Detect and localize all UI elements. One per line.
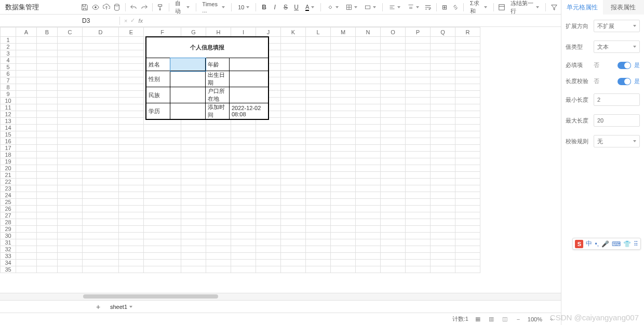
- cell[interactable]: [381, 91, 406, 98]
- cell[interactable]: [331, 172, 356, 179]
- cell[interactable]: [83, 152, 119, 158]
- cell[interactable]: [431, 145, 455, 152]
- cell[interactable]: [331, 206, 356, 212]
- cell[interactable]: [83, 219, 119, 226]
- undo-icon[interactable]: [129, 2, 139, 13]
- row-header[interactable]: 14: [1, 125, 16, 131]
- cell[interactable]: [181, 233, 206, 239]
- cell[interactable]: [58, 145, 83, 152]
- cell[interactable]: [83, 64, 119, 71]
- cell[interactable]: [58, 104, 83, 111]
- cell[interactable]: [144, 158, 181, 165]
- cell[interactable]: [356, 71, 381, 77]
- cell[interactable]: [83, 165, 119, 172]
- row-header[interactable]: 18: [1, 152, 16, 158]
- cell[interactable]: [83, 212, 119, 219]
- cell[interactable]: [181, 145, 206, 152]
- cell[interactable]: [281, 111, 306, 118]
- cell[interactable]: [331, 84, 356, 91]
- cell[interactable]: [431, 57, 455, 64]
- cell[interactable]: [119, 71, 144, 77]
- cell[interactable]: [58, 77, 83, 84]
- cell[interactable]: [356, 226, 381, 233]
- row-header[interactable]: 31: [1, 239, 16, 246]
- cell[interactable]: [455, 98, 480, 104]
- cell[interactable]: [406, 44, 431, 50]
- cell[interactable]: [431, 246, 455, 253]
- ime-bar[interactable]: S 中 •, 🎤 ⌨ 👕 ⠿: [572, 238, 641, 250]
- cell[interactable]: [356, 131, 381, 138]
- cell[interactable]: [58, 37, 83, 44]
- cell[interactable]: [119, 199, 144, 206]
- cell[interactable]: [119, 145, 144, 152]
- cell[interactable]: [58, 138, 83, 145]
- cell[interactable]: [58, 44, 83, 50]
- cell[interactable]: [455, 71, 480, 77]
- cell[interactable]: [206, 145, 231, 152]
- cell[interactable]: [406, 185, 431, 192]
- cell[interactable]: [406, 206, 431, 212]
- cell[interactable]: [119, 98, 144, 104]
- cell[interactable]: [181, 226, 206, 233]
- cell[interactable]: [356, 199, 381, 206]
- ime-punct-icon[interactable]: •,: [595, 240, 599, 248]
- cell[interactable]: [431, 37, 455, 44]
- ime-keyboard-icon[interactable]: ⌨: [612, 240, 621, 248]
- cell[interactable]: [455, 212, 480, 219]
- view-page-icon[interactable]: ▥: [487, 315, 495, 323]
- cell[interactable]: [455, 179, 480, 185]
- cell[interactable]: [406, 266, 431, 273]
- database-icon[interactable]: [112, 2, 122, 13]
- cell[interactable]: [455, 172, 480, 179]
- input-edu[interactable]: [170, 103, 206, 119]
- cell[interactable]: [281, 71, 306, 77]
- cell[interactable]: [281, 50, 306, 57]
- cell[interactable]: [381, 266, 406, 273]
- cell[interactable]: [306, 111, 331, 118]
- cell[interactable]: [231, 260, 256, 266]
- cell-reference[interactable]: D3: [78, 17, 119, 24]
- cell[interactable]: [455, 266, 480, 273]
- cell[interactable]: [37, 145, 58, 152]
- cell[interactable]: [16, 246, 37, 253]
- cell[interactable]: [181, 253, 206, 260]
- cell[interactable]: [281, 64, 306, 71]
- col-header[interactable]: P: [406, 28, 431, 37]
- cell[interactable]: [406, 152, 431, 158]
- cell[interactable]: [381, 138, 406, 145]
- cell[interactable]: [331, 158, 356, 165]
- cell[interactable]: [331, 77, 356, 84]
- row-header[interactable]: 33: [1, 253, 16, 260]
- border-dropdown[interactable]: [343, 2, 360, 13]
- cell[interactable]: [281, 77, 306, 84]
- expand-select[interactable]: 不扩展: [594, 20, 640, 32]
- horizontal-scrollbar[interactable]: [0, 293, 561, 300]
- cell[interactable]: [58, 152, 83, 158]
- cell[interactable]: [431, 44, 455, 50]
- row-header[interactable]: 30: [1, 233, 16, 239]
- cell[interactable]: [281, 266, 306, 273]
- cell[interactable]: [16, 91, 37, 98]
- cell[interactable]: [431, 179, 455, 185]
- cell[interactable]: [58, 199, 83, 206]
- cell[interactable]: [356, 219, 381, 226]
- cell[interactable]: [455, 158, 480, 165]
- cell[interactable]: [181, 179, 206, 185]
- row-header[interactable]: 12: [1, 111, 16, 118]
- cell[interactable]: [406, 145, 431, 152]
- cell[interactable]: [331, 91, 356, 98]
- cell[interactable]: [406, 138, 431, 145]
- cell[interactable]: [37, 138, 58, 145]
- cell[interactable]: [356, 37, 381, 44]
- cell[interactable]: [455, 260, 480, 266]
- cell[interactable]: [356, 253, 381, 260]
- col-header[interactable]: R: [455, 28, 480, 37]
- cell[interactable]: [58, 125, 83, 131]
- cell[interactable]: [206, 138, 231, 145]
- cell[interactable]: [381, 37, 406, 44]
- cell[interactable]: [16, 104, 37, 111]
- cell[interactable]: [331, 118, 356, 125]
- cell[interactable]: [406, 165, 431, 172]
- cell[interactable]: [16, 185, 37, 192]
- cell[interactable]: [37, 219, 58, 226]
